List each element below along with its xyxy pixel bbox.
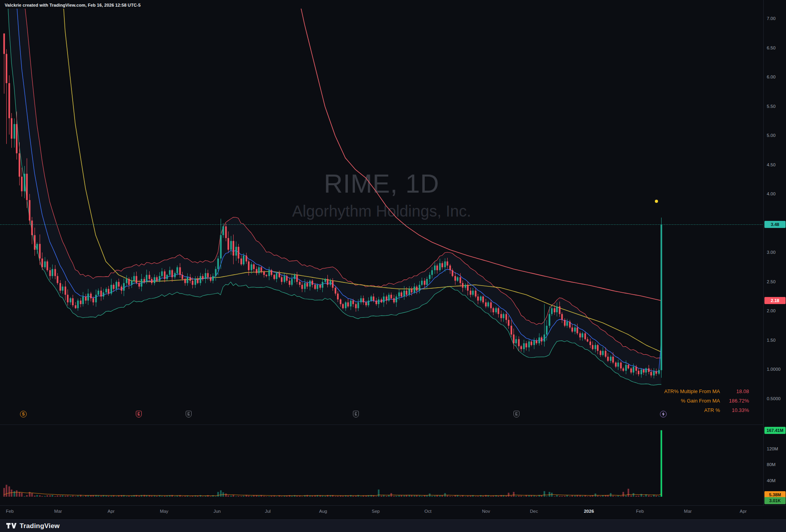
price-tick: 0.5000 [767,396,781,401]
indicator-value: 186.72% [720,398,749,404]
time-label-month: Jul [257,509,279,514]
indicator-row: ATR% Multiple From MA 18.08 [664,386,749,396]
time-axis[interactable]: FebMarAprMayJunJulAugSepOctNovDec2026Feb… [0,505,786,519]
split-marker-icon[interactable]: S [20,411,27,417]
time-label-month: Oct [417,509,439,514]
price-tick: 1.0000 [767,367,781,372]
price-axis[interactable]: 7.006.506.005.505.004.504.003.002.502.00… [763,0,786,505]
volume-tick: 80M [767,462,775,467]
chart-canvas[interactable] [0,9,763,505]
volume-badge: 3.01K [764,497,786,504]
price-tick: 2.50 [767,279,775,284]
price-tick: 7.00 [767,16,775,21]
time-label-month: Apr [732,509,754,514]
volume-tick: 120M [767,446,778,451]
tradingview-logo[interactable]: TradingView [6,522,60,530]
volume-tick: 40M [767,478,775,483]
indicator-row: % Gain From MA 186.72% [664,396,749,405]
price-tick: 4.50 [767,162,775,167]
time-label-month: Nov [475,509,497,514]
time-label-month: Dec [523,509,545,514]
time-label-year: 2026 [578,509,600,514]
volume-badge: 167.41M [764,427,786,434]
tradingview-logo-text: TradingView [20,522,60,530]
bottom-toolbar: TradingView [0,519,786,532]
indicator-value: 10.33% [720,407,749,413]
earnings-marker-icon[interactable]: E [186,411,192,417]
indicator-label: ATR% Multiple From MA [664,388,720,394]
time-label-month: Mar [47,509,69,514]
price-tick: 6.00 [767,75,775,79]
time-label-month: Apr [100,509,122,514]
price-tick: 5.50 [767,104,775,109]
price-tick: 6.50 [767,46,775,50]
earnings-marker-icon[interactable]: E [514,411,519,417]
event-markers-row: SEEEE [0,411,763,419]
price-tick: 1.50 [767,338,775,343]
price-badge: 3.48 [764,221,786,228]
tradingview-published-chart: Valckrie created with TradingView.com, F… [0,0,786,532]
indicator-readout: ATR% Multiple From MA 18.08 % Gain From … [664,386,749,415]
price-badge: 2.18 [764,297,786,304]
price-tick: 3.00 [767,250,775,255]
earnings-marker-icon[interactable]: E [353,411,359,417]
indicator-label: ATR % [704,407,720,413]
earnings-marker-icon[interactable]: E [136,411,142,417]
indicator-row: ATR % 10.33% [664,405,749,415]
indicator-label: % Gain From MA [681,398,720,404]
price-tick: 2.00 [767,308,775,313]
tradingview-logo-icon [6,523,16,529]
time-label-month: Aug [312,509,334,514]
indicator-value: 18.08 [720,388,749,394]
time-label-month: Jun [206,509,228,514]
time-label-month: Mar [677,509,699,514]
time-label-month: Feb [629,509,651,514]
price-tick: 4.00 [767,191,775,196]
time-label-month: Sep [365,509,387,514]
price-tick: 5.00 [767,133,775,138]
chart-attribution: Valckrie created with TradingView.com, F… [5,3,141,7]
pane-separator-volume[interactable] [0,425,763,425]
time-label-month: Feb [0,509,21,514]
time-label-month: May [153,509,175,514]
